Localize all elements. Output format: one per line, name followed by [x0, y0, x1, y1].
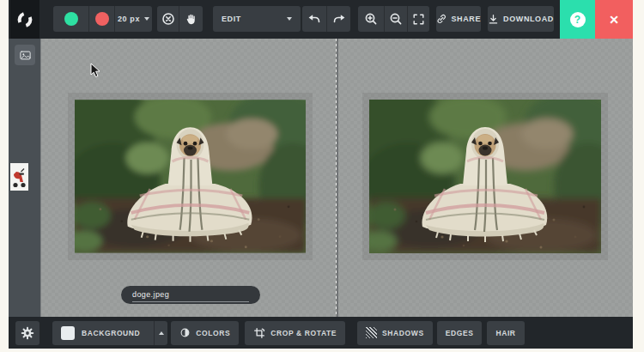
redo-button[interactable]: [326, 6, 350, 32]
crop-rotate-label: CROP & ROTATE: [270, 329, 337, 337]
top-toolbar: 20 px EDIT: [9, 0, 633, 39]
main-area: doge.jpeg: [9, 39, 633, 317]
crop-rotate-icon: [253, 327, 265, 339]
background-swatch: [61, 326, 75, 340]
shadows-button[interactable]: SHADOWS: [357, 321, 433, 345]
gallery-button[interactable]: [15, 45, 35, 65]
pan-tool-button[interactable]: [179, 6, 203, 32]
panel-divider: [336, 39, 338, 317]
pan-hand-icon: [185, 13, 197, 26]
undo-button[interactable]: [302, 6, 326, 32]
settings-button[interactable]: [15, 321, 39, 345]
share-button[interactable]: SHARE: [436, 6, 481, 32]
hair-label: HAIR: [495, 329, 515, 337]
zoom-group: [358, 6, 429, 32]
mouse-cursor: [90, 63, 100, 78]
thumbnail-doge[interactable]: [9, 83, 30, 123]
background-label: BACKGROUND: [82, 329, 140, 337]
zoom-out-icon: [389, 12, 403, 26]
gallery-icon: [19, 49, 32, 62]
caret-down-icon: [144, 17, 149, 21]
download-button[interactable]: DOWNLOAD: [488, 6, 554, 32]
edit-mode-label: EDIT: [222, 15, 241, 23]
help-icon: ?: [570, 12, 586, 27]
clear-marks-button[interactable]: [157, 6, 179, 32]
brush-tools-group: 20 px: [53, 6, 152, 32]
zoom-out-button[interactable]: [384, 6, 407, 32]
fullscreen-icon: [412, 13, 425, 26]
history-group: [302, 6, 350, 32]
remove-tool-button[interactable]: [88, 6, 114, 32]
hair-button[interactable]: HAIR: [487, 321, 524, 345]
logo-icon: [15, 10, 34, 29]
keep-green-dot-icon: [64, 12, 78, 26]
edges-button[interactable]: EDGES: [437, 321, 483, 345]
mark-pan-group: [157, 6, 203, 32]
edit-mode-dropdown[interactable]: EDIT: [213, 6, 301, 32]
undo-icon: [307, 13, 321, 25]
share-label: SHARE: [451, 15, 481, 23]
caret-up-icon: [159, 331, 164, 335]
colors-button[interactable]: COLORS: [171, 321, 239, 345]
close-button[interactable]: ✕: [595, 0, 633, 39]
result-image[interactable]: [369, 100, 601, 253]
colors-label: COLORS: [196, 329, 230, 337]
keep-tool-button[interactable]: [53, 6, 88, 32]
filename-field[interactable]: doge.jpeg: [121, 286, 260, 304]
clear-marks-icon: [161, 12, 175, 26]
shadows-label: SHADOWS: [382, 329, 424, 337]
image-editor-window: 20 px EDIT: [9, 0, 633, 349]
filename-text: doge.jpeg: [132, 288, 249, 302]
download-icon: [488, 14, 499, 25]
zoom-in-button[interactable]: [358, 6, 384, 32]
zoom-in-icon: [364, 12, 378, 26]
original-image[interactable]: [75, 100, 306, 253]
edges-label: EDGES: [446, 329, 474, 337]
share-link-icon: [436, 13, 447, 25]
brush-size-value: 20 px: [118, 15, 140, 23]
app-logo[interactable]: [10, 0, 39, 39]
shadows-icon: [366, 327, 377, 338]
crop-rotate-button[interactable]: CROP & ROTATE: [245, 321, 345, 345]
help-button[interactable]: ?: [560, 0, 595, 39]
remove-red-dot-icon: [95, 12, 109, 26]
background-dropdown[interactable]: BACKGROUND: [52, 321, 167, 345]
gear-icon: [21, 326, 34, 340]
editing-canvas[interactable]: doge.jpeg: [40, 39, 633, 317]
bottom-toolbar: BACKGROUND COLORS CROP & ROTATE SHADOWS: [9, 317, 633, 349]
image-sidebar: [9, 39, 40, 317]
caret-down-icon: [287, 17, 292, 21]
close-icon: ✕: [609, 13, 619, 27]
fullscreen-button[interactable]: [407, 6, 429, 32]
thumbnail-scooter[interactable]: [10, 163, 28, 191]
brush-size-dropdown[interactable]: 20 px: [114, 6, 152, 32]
redo-icon: [332, 13, 346, 25]
download-label: DOWNLOAD: [503, 15, 554, 23]
background-caret-button[interactable]: [154, 321, 167, 345]
colors-icon: [179, 327, 191, 338]
